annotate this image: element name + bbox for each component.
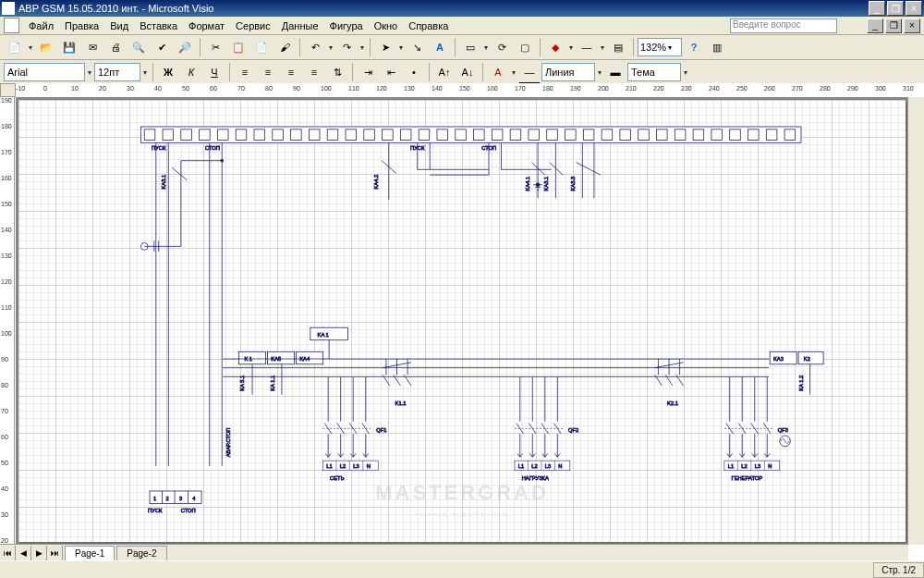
research-button[interactable]: 🔎 (174, 36, 196, 58)
tab-prev-button[interactable]: ◀ (16, 546, 31, 560)
svg-rect-21 (510, 129, 521, 141)
preview-button[interactable]: 🔍 (128, 36, 150, 58)
paste-button[interactable]: 📄 (250, 36, 273, 58)
spell-button[interactable]: ✔ (151, 36, 173, 58)
menu-help[interactable]: Справка (403, 18, 454, 33)
distribute-button[interactable]: ⇅ (326, 61, 348, 83)
svg-line-156 (532, 453, 535, 457)
maximize-button[interactable]: ❐ (887, 1, 904, 16)
help-button[interactable]: ? (683, 36, 705, 58)
font-color-button[interactable]: A (487, 61, 509, 83)
svg-rect-10 (309, 129, 320, 141)
rect-tool-button[interactable]: ▭ (459, 36, 481, 58)
open-button[interactable]: 📂 (35, 36, 57, 58)
svg-line-125 (341, 453, 344, 457)
size-select[interactable]: 12пт (94, 63, 140, 81)
theme-select[interactable]: Тема (627, 63, 681, 81)
italic-button[interactable]: К (180, 61, 202, 83)
page[interactable]: ПУСК СТОП ПУСК СТОП KA3.1 (18, 100, 906, 542)
line-dd[interactable]: ▾ (599, 43, 606, 52)
bold-button[interactable]: Ж (157, 61, 179, 83)
mail-button[interactable]: ✉ (81, 36, 103, 58)
font-value: Arial (7, 67, 28, 78)
fill-dd[interactable]: ▾ (567, 43, 575, 52)
align-left-button[interactable]: ≡ (234, 61, 256, 83)
menu-window[interactable]: Окно (369, 18, 404, 33)
redo-button[interactable]: ↷ (335, 36, 358, 58)
text-tool-button[interactable]: A (429, 36, 451, 58)
svg-line-182 (730, 453, 733, 457)
svg-rect-30 (675, 129, 686, 141)
cut-button[interactable]: ✂ (204, 36, 226, 58)
textbox-button[interactable]: ▢ (514, 36, 536, 58)
svg-text:СЕТЬ: СЕТЬ (330, 475, 345, 481)
svg-text:АВАР.СТОП: АВАР.СТОП (225, 428, 231, 458)
th-dd[interactable]: ▾ (682, 68, 689, 77)
tab-page-1[interactable]: Page-1 (65, 546, 115, 560)
align-right-button[interactable]: ≡ (280, 61, 302, 83)
shape-dd[interactable]: ▾ (482, 43, 490, 52)
menu-service[interactable]: Сервис (230, 18, 276, 33)
tab-next-button[interactable]: ▶ (31, 546, 47, 560)
undo-button[interactable]: ↶ (304, 36, 326, 58)
shadow-button[interactable]: ▤ (607, 36, 629, 58)
fc-dd[interactable]: ▾ (510, 68, 517, 77)
help-search-input[interactable]: Введите вопрос (730, 18, 837, 33)
line-button[interactable]: — (576, 36, 598, 58)
visio-menu-icon[interactable] (4, 18, 19, 33)
tab-page-2[interactable]: Page-2 (116, 546, 166, 560)
doc-close-button[interactable]: × (904, 18, 920, 33)
menu-shape[interactable]: Фигура (324, 18, 369, 33)
menu-file[interactable]: Файл (23, 18, 59, 33)
bullets-button[interactable]: • (403, 61, 425, 83)
save-button[interactable]: 💾 (58, 36, 80, 58)
new-button[interactable]: 📄 (4, 36, 26, 58)
font-dd[interactable]: ▾ (86, 68, 93, 77)
undo-dd[interactable]: ▾ (327, 43, 334, 52)
zoom-select[interactable]: 132%▾ (638, 38, 682, 56)
ruler-vertical[interactable]: 1901801701601501401301201101009080706050… (0, 97, 15, 545)
svg-rect-36 (784, 129, 796, 141)
dec-indent-button[interactable]: ⇤ (380, 61, 402, 83)
align-justify-button[interactable]: ≡ (303, 61, 325, 83)
svg-point-47 (221, 159, 224, 162)
connector-tool-button[interactable]: ↘ (406, 36, 428, 58)
fill-color-button[interactable]: ▬ (604, 61, 626, 83)
ruler-horizontal[interactable]: -100102030405060708090100110120130140150… (16, 83, 924, 98)
menu-data[interactable]: Данные (276, 18, 324, 33)
tab-last-button[interactable]: ⏭ (47, 546, 63, 560)
font-select[interactable]: Arial (4, 63, 85, 81)
format-painter-button[interactable]: 🖌 (274, 36, 296, 58)
doc-minimize-button[interactable]: _ (867, 18, 883, 33)
menu-insert[interactable]: Вставка (134, 18, 183, 33)
scrollbar-vertical[interactable] (907, 97, 924, 545)
new-dropdown[interactable]: ▾ (27, 43, 34, 52)
align-center-button[interactable]: ≡ (257, 61, 279, 83)
drawing-explorer-button[interactable]: ▥ (706, 36, 728, 58)
line-color-button[interactable]: — (518, 61, 541, 84)
redo-dd[interactable]: ▾ (359, 43, 366, 52)
canvas[interactable]: ПУСК СТОП ПУСК СТОП KA3.1 (16, 97, 908, 545)
copy-button[interactable]: 📋 (227, 36, 249, 58)
print-button[interactable]: 🖨 (104, 36, 127, 58)
fill-button[interactable]: ◆ (544, 36, 566, 58)
font-size-up-button[interactable]: A↑ (433, 61, 456, 83)
minimize-button[interactable]: _ (869, 1, 885, 16)
rotate-button[interactable]: ⟳ (491, 36, 513, 58)
inc-indent-button[interactable]: ⇥ (357, 61, 379, 83)
line-style-select[interactable]: Линия (541, 63, 595, 81)
doc-restore-button[interactable]: ❐ (885, 18, 902, 33)
scrollbar-horizontal[interactable] (455, 545, 909, 561)
underline-button[interactable]: Ч (203, 61, 225, 83)
close-button[interactable]: × (906, 1, 922, 16)
ptr-dd[interactable]: ▾ (397, 43, 405, 52)
pointer-tool-button[interactable]: ➤ (374, 36, 396, 58)
size-dd[interactable]: ▾ (141, 68, 149, 77)
tab-first-button[interactable]: ⏮ (0, 546, 16, 560)
menu-view[interactable]: Вид (104, 18, 134, 33)
font-size-down-button[interactable]: A↓ (456, 61, 479, 83)
menu-format[interactable]: Формат (183, 18, 230, 33)
svg-line-151 (520, 453, 523, 457)
ls-dd[interactable]: ▾ (596, 68, 603, 77)
menu-edit[interactable]: Правка (59, 18, 104, 33)
